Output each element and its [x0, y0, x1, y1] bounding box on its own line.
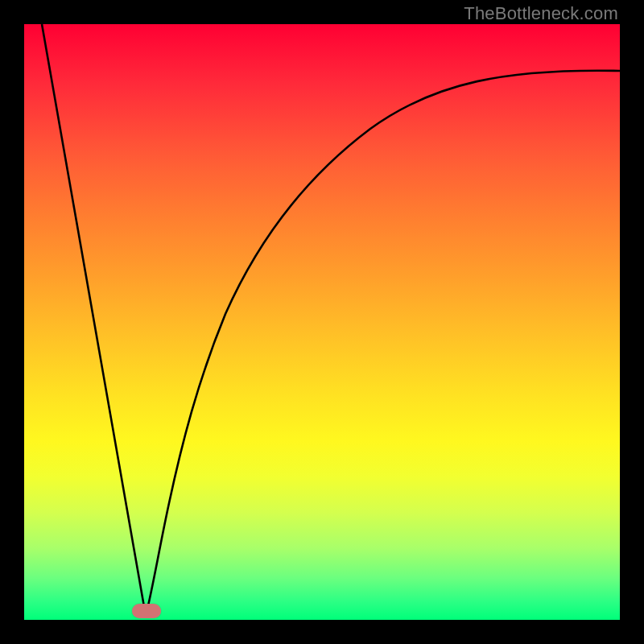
plot-area	[24, 24, 620, 620]
trough-marker	[132, 604, 161, 618]
watermark-text: TheBottleneck.com	[464, 3, 618, 24]
left-line-path	[42, 24, 146, 616]
chart-frame: TheBottleneck.com	[0, 0, 644, 644]
curve-layer	[24, 24, 620, 620]
right-curve-path	[146, 71, 620, 616]
